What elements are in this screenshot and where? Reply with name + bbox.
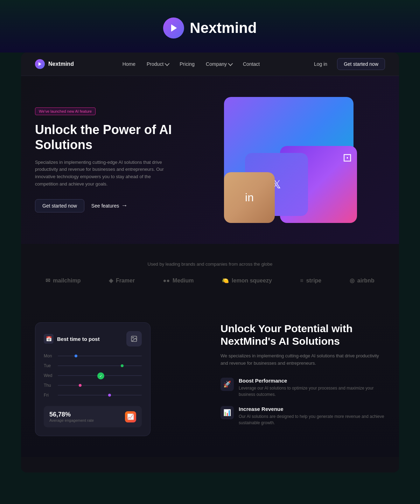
feature-right: Unlock Your Potential with NextMind's AI… (220, 322, 385, 426)
brand-lemonsqueezy: 🍋 lemon squeezy (222, 277, 272, 284)
feature-left: 📅 Best time to post Mon (35, 322, 200, 436)
feature-item-boost: 🚀 Boost Performance Leverage our AI solu… (220, 378, 385, 398)
brand-stripe: ≡ stripe (300, 278, 321, 284)
boost-desc: Leverage our AI solutions to optimize yo… (239, 385, 385, 398)
top-brand-logo-icon (163, 18, 184, 38)
engagement-percent: 56,78% (49, 411, 94, 418)
social-cards-stack: ⊡ 𝕏 in (224, 97, 357, 223)
nav-contact[interactable]: Contact (243, 61, 260, 67)
schedule-bar-mon (58, 356, 142, 356)
best-time-card: 📅 Best time to post Mon (35, 322, 150, 436)
hero-section: We've launched new AI feature Unlock the… (21, 76, 399, 244)
hero-cta-secondary[interactable]: See features → (91, 202, 127, 209)
hero-cta-primary[interactable]: Get started now (35, 199, 84, 212)
revenue-icon: 📊 (220, 406, 234, 419)
lemonsqueezy-icon: 🍋 (222, 277, 229, 284)
schedule-row-fri: Fri (44, 393, 142, 398)
trusted-text: Used by leading brands and companies fro… (35, 261, 385, 267)
dot-wed-check: ✓ (97, 372, 104, 379)
hero-description: Specializes in implementing cutting-edge… (35, 159, 175, 188)
product-dropdown-icon (165, 61, 170, 66)
nav-logo-icon (35, 59, 45, 69)
stripe-label: stripe (306, 278, 322, 284)
nav-pricing[interactable]: Pricing (180, 61, 195, 67)
engagement-icon: 📈 (125, 411, 136, 422)
nav-links: Home Product Pricing Company Contact (122, 61, 260, 67)
social-card-linkedin: in (224, 172, 275, 223)
svg-marker-1 (38, 62, 41, 66)
hero-visual: ⊡ 𝕏 in (196, 97, 385, 223)
brand-airbnb: ◎ airbnb (350, 277, 374, 284)
card-header: 📅 Best time to post (44, 331, 142, 346)
nav-actions: Log in Get started now (308, 58, 385, 70)
nav-home[interactable]: Home (122, 61, 135, 67)
svg-point-3 (133, 337, 134, 338)
card-title: 📅 Best time to post (44, 334, 100, 344)
top-brand-area: Nextmind (0, 0, 420, 52)
nav-company[interactable]: Company (206, 61, 232, 67)
engagement-stats: 56,78% Average engagement rate (49, 411, 94, 422)
schedule-rows: Mon Tue Wed (44, 354, 142, 398)
hero-content: We've launched new AI feature Unlock the… (35, 107, 175, 212)
medium-icon: ●● (163, 278, 170, 284)
schedule-bar-fri (58, 395, 142, 396)
schedule-row-mon: Mon (44, 354, 142, 358)
schedule-bar-tue (58, 365, 142, 366)
dot-thu (79, 384, 82, 387)
nav-logo-name: Nextmind (48, 61, 74, 67)
image-icon-button[interactable] (126, 331, 142, 346)
main-container: Nextmind Home Product Pricing Company Co… (21, 52, 399, 472)
revenue-title: Increase Revenue (239, 406, 385, 412)
mailchimp-label: mailchimp (53, 278, 80, 284)
framer-icon: ◈ (109, 277, 113, 284)
feature-item-revenue: 📊 Increase Revenue Our AI solutions are … (220, 406, 385, 426)
navbar: Nextmind Home Product Pricing Company Co… (21, 52, 399, 76)
get-started-button-nav[interactable]: Get started now (337, 58, 385, 70)
engagement-label: Average engagement rate (49, 418, 94, 422)
hero-buttons: Get started now See features → (35, 199, 175, 212)
airbnb-icon: ◎ (350, 277, 355, 284)
lemonsqueezy-label: lemon squeezy (232, 278, 272, 284)
schedule-row-tue: Tue (44, 363, 142, 368)
medium-label: Medium (173, 278, 194, 284)
boost-content: Boost Performance Leverage our AI soluti… (239, 378, 385, 398)
revenue-content: Increase Revenue Our AI solutions are de… (239, 406, 385, 426)
trusted-section: Used by leading brands and companies fro… (21, 244, 399, 301)
schedule-row-wed: Wed ✓ (44, 373, 142, 378)
feature-heading: Unlock Your Potential with NextMind's AI… (220, 322, 385, 348)
feature-list: 🚀 Boost Performance Leverage our AI solu… (220, 378, 385, 426)
brand-framer: ◈ Framer (109, 277, 135, 284)
arrow-right-icon: → (121, 202, 127, 209)
stripe-icon: ≡ (300, 278, 303, 284)
engagement-footer: 56,78% Average engagement rate 📈 (44, 406, 142, 427)
day-fri: Fri (44, 393, 54, 398)
revenue-desc: Our AI solutions are designed to help yo… (239, 413, 385, 426)
schedule-bar-wed: ✓ (58, 375, 142, 376)
day-tue: Tue (44, 363, 54, 368)
feature-section: 📅 Best time to post Mon (21, 301, 399, 457)
company-dropdown-icon (228, 61, 233, 66)
schedule-bar-thu (58, 385, 142, 386)
day-mon: Mon (44, 354, 54, 358)
day-thu: Thu (44, 383, 54, 388)
hero-title: Unlock the Power of AI Solutions (35, 122, 175, 152)
nav-logo[interactable]: Nextmind (35, 59, 74, 69)
nav-product[interactable]: Product (147, 61, 168, 67)
login-button[interactable]: Log in (308, 58, 333, 70)
linkedin-icon: in (245, 191, 254, 204)
schedule-row-thu: Thu (44, 383, 142, 388)
svg-marker-0 (171, 24, 177, 32)
hero-badge: We've launched new AI feature (35, 107, 96, 115)
calendar-icon: 📅 (44, 334, 54, 344)
brand-medium: ●● Medium (163, 278, 194, 284)
day-wed: Wed (44, 373, 54, 378)
boost-title: Boost Performance (239, 378, 385, 384)
brand-logos: ✉ mailchimp ◈ Framer ●● Medium 🍋 lemon s… (35, 277, 385, 284)
dot-mon (75, 355, 77, 357)
feature-subtext: We specializes in implementing cutting-e… (220, 352, 385, 367)
framer-label: Framer (116, 278, 135, 284)
airbnb-label: airbnb (357, 278, 374, 284)
brand-mailchimp: ✉ mailchimp (46, 277, 80, 284)
boost-icon: 🚀 (220, 378, 234, 391)
dot-tue (121, 364, 124, 367)
